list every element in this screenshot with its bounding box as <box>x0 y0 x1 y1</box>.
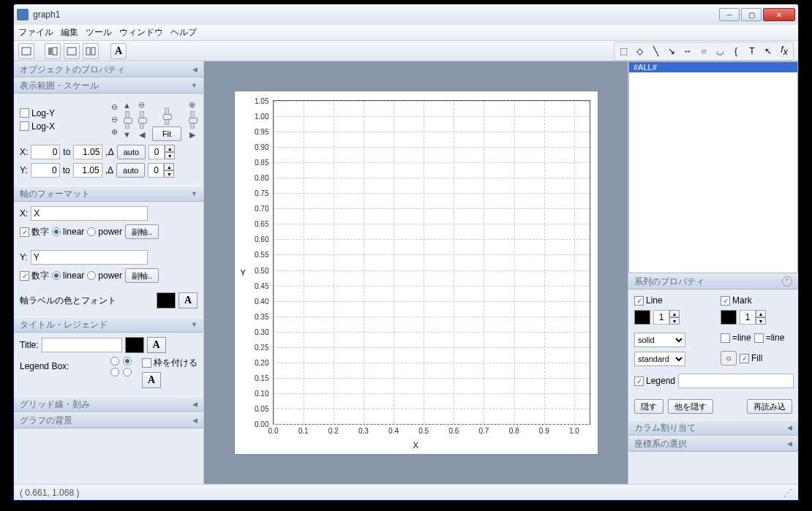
title-input[interactable] <box>42 338 122 352</box>
x-power-radio[interactable]: power <box>87 227 122 237</box>
slider-4[interactable] <box>190 111 195 129</box>
y-linear-radio[interactable]: linear <box>52 270 84 281</box>
y-power-radio[interactable]: power <box>87 270 122 281</box>
mark-shape-button[interactable]: ○ <box>721 351 737 366</box>
slider-2[interactable] <box>140 111 144 129</box>
legend-checkbox[interactable]: ✓Legend <box>634 376 675 386</box>
select-tool-icon[interactable]: ⬚ <box>616 44 631 58</box>
legend-font-button[interactable]: A <box>142 372 161 388</box>
plot[interactable]: 0.00.10.20.30.40.50.60.70.80.91.00.000.0… <box>234 91 598 455</box>
x-from-input[interactable] <box>31 145 60 159</box>
close-button[interactable]: ✕ <box>763 8 795 21</box>
section-view-scale[interactable]: 表示範囲・スケール▼ <box>14 77 203 94</box>
line-tool-icon[interactable]: ╲ <box>648 44 663 58</box>
menu-tool[interactable]: ツール <box>86 26 112 39</box>
y-subaxis-button[interactable]: 副軸.. <box>125 268 159 283</box>
zoom-in-all-icon[interactable]: ⊕ <box>111 127 118 137</box>
x-axis-label-input[interactable] <box>31 206 148 221</box>
mark-checkbox[interactable]: ✓Mark <box>721 295 792 306</box>
menu-edit[interactable]: 編集 <box>61 26 78 39</box>
y-to-input[interactable] <box>73 163 102 178</box>
y-auto-button[interactable]: auto <box>116 163 145 178</box>
series-list-item[interactable]: #ALL# <box>629 62 797 72</box>
log-y-checkbox[interactable]: Log-Y <box>20 108 55 118</box>
layout-b-icon[interactable] <box>64 43 80 59</box>
mark-size-input[interactable] <box>740 310 756 325</box>
text-tool-icon[interactable]: T <box>745 44 759 58</box>
menu-help[interactable]: ヘルプ <box>170 26 197 39</box>
eraser-tool-icon[interactable]: ◇ <box>632 44 647 58</box>
pointer-tool-icon[interactable]: ↖ <box>761 44 775 58</box>
x-linear-radio[interactable]: linear <box>52 227 84 237</box>
zoom-out-y-icon[interactable]: ⊖ <box>111 102 118 112</box>
line-color-swatch[interactable] <box>634 310 650 325</box>
x-to-input[interactable] <box>73 145 102 159</box>
minimize-button[interactable]: ─ <box>719 8 740 21</box>
axis-color-swatch[interactable] <box>157 292 176 309</box>
legend-pos-2[interactable] <box>123 357 133 366</box>
mark-fill-checkbox[interactable]: ✓Fill <box>740 353 762 363</box>
plot-area[interactable]: 0.00.10.20.30.40.50.60.70.80.91.00.000.0… <box>273 100 590 425</box>
section-title-legend[interactable]: タイトル・レジェンド▼ <box>14 317 203 333</box>
x-auto-button[interactable]: auto <box>117 145 146 159</box>
y-spin-up[interactable]: ▲ <box>164 163 174 170</box>
legend-text-input[interactable] <box>678 374 794 388</box>
line-width-input[interactable] <box>653 310 669 325</box>
mark-color-swatch[interactable] <box>721 310 737 325</box>
legend-pos-3[interactable] <box>110 368 121 376</box>
legend-pos-4[interactable] <box>123 368 133 376</box>
fx-tool-icon[interactable]: fx <box>777 44 792 58</box>
arrow-tool-icon[interactable]: ↘ <box>664 44 679 58</box>
y-from-input[interactable] <box>31 163 60 178</box>
hide-button[interactable]: 隠す <box>634 399 663 414</box>
legend-pos-1[interactable] <box>110 357 121 366</box>
section-column-assign[interactable]: カラム割り当て◀ <box>628 420 798 436</box>
fit-button[interactable]: Fit <box>152 126 181 141</box>
line-style-select[interactable]: solid <box>634 333 685 347</box>
double-arrow-tool-icon[interactable]: ↔ <box>680 44 695 58</box>
layout-c-icon[interactable] <box>83 43 99 59</box>
circle-tool-icon[interactable]: ○ <box>696 44 711 58</box>
maximize-button[interactable]: ▢ <box>741 8 762 21</box>
log-x-checkbox[interactable]: Log-X <box>20 121 55 132</box>
zoom-out-icon[interactable]: ⊖ <box>138 100 145 110</box>
section-axis-format[interactable]: 軸のフォーマット▼ <box>14 186 203 202</box>
zoom-in-icon[interactable]: ⊕ <box>189 100 195 110</box>
legend-frame-checkbox[interactable]: 枠を付ける <box>142 357 198 369</box>
hide-others-button[interactable]: 他を隠す <box>668 399 713 414</box>
section-series-properties[interactable]: 系列のプロパティ⌃ <box>628 273 798 289</box>
mark-eqline2-checkbox[interactable]: =line <box>754 333 785 343</box>
arc-tool-icon[interactable]: ◡ <box>713 44 727 58</box>
axis-font-button[interactable]: A <box>178 292 198 309</box>
y-axis-label-input[interactable] <box>31 250 148 265</box>
title-font-button[interactable]: A <box>147 337 166 353</box>
resize-grip-icon[interactable]: ⋰ <box>783 488 792 498</box>
mark-eqline-checkbox[interactable]: =line <box>721 333 751 343</box>
font-button[interactable]: A <box>110 43 127 59</box>
layout-a-icon[interactable] <box>45 43 61 59</box>
x-spin-input[interactable] <box>149 145 165 159</box>
x-spin-down[interactable]: ▼ <box>165 152 175 159</box>
zoom-out-x-icon[interactable]: ⊖ <box>111 115 118 124</box>
layout-single-icon[interactable] <box>18 43 34 59</box>
section-object-properties[interactable]: オブジェクトのプロパティ◀ <box>14 61 203 77</box>
slider-1[interactable] <box>125 111 129 129</box>
series-listbox[interactable]: #ALL# <box>628 61 798 273</box>
x-subaxis-button[interactable]: 副軸.. <box>125 224 159 239</box>
x-spin-up[interactable]: ▲ <box>165 145 175 152</box>
y-spin-input[interactable] <box>148 163 164 178</box>
y-numeral-checkbox[interactable]: ✓数字 <box>20 270 49 282</box>
x-numeral-checkbox[interactable]: ✓数字 <box>20 226 49 238</box>
section-coord-select[interactable]: 座標系の選択◀ <box>628 436 798 452</box>
y-spin-down[interactable]: ▼ <box>164 170 174 178</box>
section-background[interactable]: グラフの背景◀ <box>14 412 203 428</box>
menu-window[interactable]: ウィンドウ <box>119 26 163 39</box>
title-color-swatch[interactable] <box>125 337 144 353</box>
line-end-select[interactable]: standard <box>634 352 685 366</box>
section-grid-ticks[interactable]: グリッド線・刻み◀ <box>14 396 203 412</box>
brace-tool-icon[interactable]: { <box>729 44 743 58</box>
titlebar[interactable]: graph1 ─ ▢ ✕ <box>14 4 798 25</box>
line-checkbox[interactable]: ✓Line <box>634 295 706 306</box>
menu-file[interactable]: ファイル <box>18 26 53 39</box>
reload-button[interactable]: 再読み込 <box>747 399 792 414</box>
